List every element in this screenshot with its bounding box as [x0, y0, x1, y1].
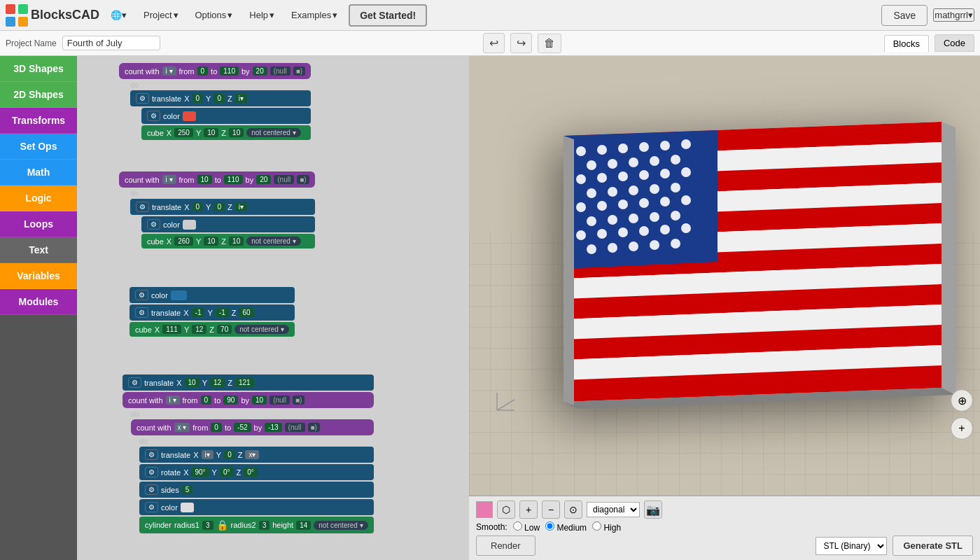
examples-menu[interactable]: Examples▾ [286, 7, 343, 23]
options-menu[interactable]: Options▾ [190, 7, 239, 23]
axis-indicator [490, 389, 518, 419]
blocks-canvas: count with i ▾ from 0 to 110 by 20 (null… [77, 56, 469, 560]
count-with-block-1[interactable]: count with i ▾ from 0 to 110 by 20 (null… [119, 63, 311, 79]
color-block-4[interactable]: ⚙ color [139, 499, 374, 515]
svg-point-50 [629, 214, 638, 223]
project-menu[interactable]: Project▾ [138, 7, 183, 23]
svg-point-34 [639, 170, 649, 180]
smooth-high-label: High [592, 522, 621, 533]
count-with-block-2[interactable]: count with i ▾ from 10 to 110 by 20 (nul… [119, 172, 315, 188]
sides-block[interactable]: ⚙ sides 5 [139, 482, 374, 498]
svg-marker-19 [564, 130, 718, 269]
sidebar-item-modules[interactable]: Modules [0, 289, 77, 315]
translate-block-3[interactable]: ⚙ translate X -1 Y -1 Z 60 [130, 304, 295, 321]
color-block-3[interactable]: ⚙ color [130, 287, 295, 303]
render-button[interactable]: Render [476, 536, 536, 556]
cube-block-3[interactable]: cube X 111 Y 12 Z 70 not centered ▾ [130, 322, 295, 337]
svg-point-42 [576, 202, 586, 212]
sidebar-item-math[interactable]: Math [0, 160, 77, 186]
project-name-value[interactable]: Fourth of July [62, 36, 160, 50]
svg-point-24 [660, 141, 670, 150]
svg-rect-0 [6, 4, 15, 14]
block-group-4: ⚙ translate X 10 Y 12 Z 121 count with i… [122, 374, 374, 533]
block-group-1: count with i ▾ from 0 to 110 by 20 (null… [119, 63, 311, 140]
reset-view-icon[interactable]: ⊙ [564, 500, 582, 519]
camera-icon[interactable]: 📷 [644, 500, 662, 519]
sidebar-item-text[interactable]: Text [0, 237, 77, 263]
3d-view: ⊕ + [469, 56, 980, 496]
svg-point-51 [650, 212, 659, 222]
translate-block-2[interactable]: ⚙ translate X 0 Y 0 Z i▾ [130, 199, 315, 215]
tab-blocks[interactable]: Blocks [884, 35, 929, 52]
block-group-2: count with i ▾ from 10 to 110 by 20 (nul… [119, 172, 315, 248]
svg-rect-3 [18, 17, 28, 27]
smooth-medium-radio[interactable] [545, 522, 554, 531]
view-mode-dropdown[interactable]: diagonal top front side [587, 502, 640, 517]
svg-point-25 [681, 139, 691, 149]
sidebar-item-transforms[interactable]: Transforms [0, 108, 77, 134]
rotate-block[interactable]: ⚙ rotate X 90° Y 0° Z 0° [139, 464, 374, 480]
svg-point-21 [597, 145, 607, 155]
svg-rect-2 [6, 17, 15, 27]
svg-point-36 [681, 167, 691, 177]
svg-point-58 [681, 223, 691, 233]
sidebar-item-loops[interactable]: Loops [0, 211, 77, 237]
svg-point-54 [597, 229, 607, 239]
svg-point-37 [587, 188, 596, 198]
count-with-block-3[interactable]: count with i ▾ from 0 to 90 by 10 (null … [122, 392, 374, 408]
view-controls-row: ⬡ + − ⊙ diagonal top front side 📷 [476, 500, 973, 519]
help-menu[interactable]: Help▾ [244, 7, 280, 23]
smooth-low-radio[interactable] [513, 522, 522, 531]
sidebar-item-logic[interactable]: Logic [0, 186, 77, 211]
smooth-high-radio[interactable] [592, 522, 601, 531]
stl-format-dropdown[interactable]: STL (Binary) STL (ASCII) [816, 537, 887, 555]
cube-block-2[interactable]: cube X 260 Y 10 Z 10 not centered ▾ [141, 234, 315, 248]
globe-btn[interactable]: 🌐▾ [105, 7, 132, 23]
bottom-controls: ⬡ + − ⊙ diagonal top front side 📷 Smooth… [469, 496, 980, 560]
block-group-3: ⚙ color ⚙ translate X -1 Y -1 Z 60 cube … [130, 287, 295, 337]
svg-point-40 [650, 184, 659, 194]
color-picker[interactable] [476, 501, 493, 518]
zoom-in-button[interactable]: + [951, 417, 973, 440]
sidebar-item-variables[interactable]: Variables [0, 263, 77, 289]
svg-point-31 [576, 174, 586, 184]
translate-block-4[interactable]: ⚙ translate X 10 Y 12 Z 121 [122, 374, 374, 391]
get-started-button[interactable]: Get Started! [349, 4, 427, 27]
flag-svg [522, 122, 955, 416]
color-block-2[interactable]: ⚙ color [141, 216, 315, 232]
svg-point-39 [629, 186, 638, 195]
flag-3d-render [511, 70, 966, 468]
svg-point-28 [629, 158, 638, 167]
svg-point-62 [650, 240, 659, 250]
project-name-label: Project Name [6, 38, 57, 48]
delete-button[interactable]: 🗑 [538, 34, 561, 53]
translate-block-1[interactable]: ⚙ translate X 0 Y 0 Z i▾ [130, 90, 311, 106]
count-with-block-4[interactable]: count with x ▾ from 0 to -52 by -13 (nul… [131, 419, 374, 435]
sidebar-item-2dshapes[interactable]: 2D Shapes [0, 82, 77, 108]
svg-point-47 [681, 195, 691, 205]
color-block-1[interactable]: ⚙ color [141, 108, 311, 124]
axis-svg [490, 389, 518, 417]
project-bar: Project Name Fourth of July ↩ ↪ 🗑 Blocks… [0, 31, 980, 56]
generate-stl-button[interactable]: Generate STL [892, 536, 973, 556]
smooth-medium-label: Medium [545, 522, 587, 533]
save-button[interactable]: Save [881, 5, 927, 26]
user-menu[interactable]: mathgrrl▾ [933, 8, 974, 22]
cube-block-1[interactable]: cube X 250 Y 10 Z 10 not centered ▾ [141, 125, 311, 140]
svg-point-61 [629, 241, 638, 251]
sidebar-item-3dshapes[interactable]: 3D Shapes [0, 56, 77, 82]
main-area: 3D Shapes 2D Shapes Transforms Set Ops M… [0, 56, 980, 560]
svg-marker-64 [941, 122, 955, 395]
translate-block-5[interactable]: ⚙ translate X i▾ Y 0 Z x▾ [139, 447, 374, 463]
zoom-target-button[interactable]: ⊕ [951, 389, 973, 412]
cylinder-block[interactable]: cylinder radius1 3 🔒 radius2 3 height 14… [139, 517, 374, 533]
perspective-icon[interactable]: ⬡ [497, 500, 515, 519]
undo-button[interactable]: ↩ [483, 33, 505, 53]
redo-button[interactable]: ↪ [510, 33, 532, 53]
svg-point-45 [639, 198, 649, 208]
tab-code[interactable]: Code [934, 34, 974, 52]
zoom-in-icon[interactable]: + [519, 500, 538, 519]
svg-point-38 [608, 187, 617, 197]
sidebar-item-setops[interactable]: Set Ops [0, 134, 77, 160]
zoom-out-icon[interactable]: − [542, 500, 560, 519]
